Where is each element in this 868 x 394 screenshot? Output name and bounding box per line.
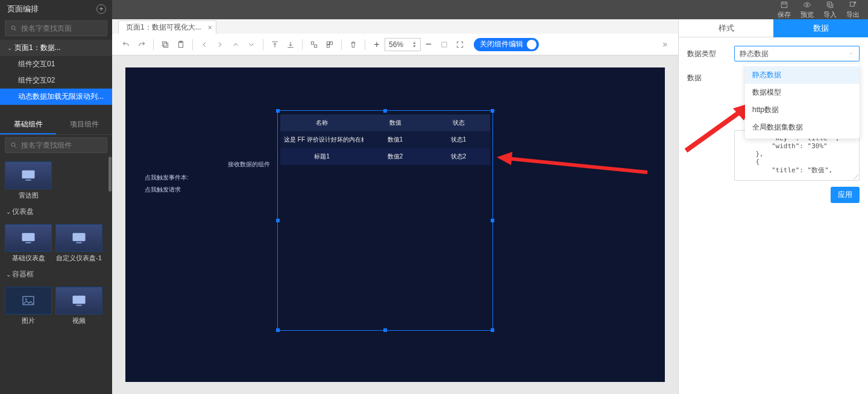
dropdown-option[interactable]: http数据 (745, 101, 860, 119)
sidebar-title: 页面编排 (7, 4, 39, 14)
delete-button[interactable] (345, 37, 361, 52)
svg-rect-22 (327, 45, 329, 47)
import-icon (826, 1, 834, 9)
arrow-down-button[interactable] (244, 37, 259, 52)
canvas[interactable]: 接收数据的组件 点我触发事件本: 点我触发请求 名称 数值 状态 (125, 67, 665, 382)
component-search-input[interactable]: 按名字查找组件 (5, 137, 107, 153)
page-search-placeholder: 按名字查找页面 (21, 23, 72, 34)
table-cell: 标题1 (280, 148, 363, 165)
component-image[interactable]: 图片 (5, 287, 52, 325)
canvas-wrap: 接收数据的组件 点我触发事件本: 点我触发请求 名称 数值 状态 (112, 55, 678, 394)
dropdown-option[interactable]: 全局数据集数据 (745, 119, 860, 136)
apply-button[interactable]: 应用 (831, 187, 860, 203)
paste-button[interactable] (173, 37, 189, 52)
category-gauge[interactable]: ⌄仪表盘 (0, 204, 112, 219)
tab-style[interactable]: 样式 (679, 19, 773, 37)
page-tab[interactable]: 页面1：数据可视化大... × (118, 20, 216, 34)
resize-handle[interactable] (491, 219, 494, 222)
sidebar-header: 页面编排 + (0, 0, 112, 18)
search-icon (10, 142, 17, 149)
tree-item[interactable]: 组件交互02 (0, 72, 112, 89)
arrow-left-button[interactable] (197, 37, 212, 52)
left-sidebar: 页面编排 + 按名字查找页面 ⌄ 页面1：数据... 组件交互01 组件交互02… (0, 0, 112, 394)
table-header-cell: 名称 (280, 114, 363, 131)
arrow-right-button[interactable] (212, 37, 228, 52)
field-data-type: 数据类型 静态数据 (687, 46, 860, 61)
selected-component[interactable]: 名称 数值 状态 这是 FF 评价设计好坏的内在标准... 数值1 状态1 标题… (277, 110, 493, 331)
resize-handle[interactable] (383, 109, 387, 113)
copy-button[interactable] (157, 37, 173, 52)
center-area: 页面1：数据可视化大... × + 56% ▲▼ − 关闭组件编辑 (112, 19, 678, 394)
dropdown-option[interactable]: 数据模型 (745, 84, 860, 101)
monitor-icon (70, 293, 88, 308)
edit-toggle[interactable]: 关闭组件编辑 (474, 38, 539, 51)
svg-rect-0 (781, 2, 787, 7)
chevron-up-icon (848, 51, 854, 57)
tab-project-components[interactable]: 项目组件 (56, 116, 112, 134)
fit-button[interactable] (436, 37, 452, 52)
annotation-arrow (686, 102, 752, 152)
eye-icon (803, 1, 811, 9)
align-bottom-button[interactable] (283, 37, 298, 52)
search-icon (10, 25, 17, 32)
page-tree-node[interactable]: ⌄ 页面1：数据... (0, 40, 112, 56)
align-top-button[interactable] (267, 37, 283, 52)
svg-point-11 (25, 299, 27, 301)
top-actions: 保存 预览 导入 导出 (769, 0, 868, 19)
component-radar[interactable]: 雷达图 (5, 161, 52, 199)
chevron-down-icon: ⌄ (7, 45, 12, 51)
tab-data[interactable]: 数据 (773, 19, 868, 37)
zoom-in-button[interactable]: + (369, 37, 385, 52)
resize-handle[interactable] (383, 328, 387, 332)
zoom-value: 56% (389, 40, 403, 49)
toggle-label: 关闭组件编辑 (480, 39, 523, 49)
import-label: 导入 (823, 10, 837, 19)
zoom-spinner[interactable]: ▲▼ (412, 41, 417, 48)
resize-handle[interactable] (276, 328, 280, 332)
resize-handle[interactable] (491, 109, 494, 113)
component-video[interactable]: 视频 (55, 287, 102, 325)
category-container[interactable]: ⌄容器框 (0, 267, 112, 282)
svg-rect-4 (22, 170, 35, 179)
page-search-input[interactable]: 按名字查找页面 (5, 20, 107, 36)
close-icon[interactable]: × (208, 23, 212, 32)
export-button[interactable]: 导出 (846, 1, 860, 19)
dropdown-option[interactable]: 静态数据 (745, 66, 860, 84)
resize-handle-icon[interactable] (852, 174, 858, 180)
arrow-up-button[interactable] (228, 37, 244, 52)
group-button[interactable] (306, 37, 322, 52)
select-value: 静态数据 (740, 49, 769, 59)
component-gauge-basic[interactable]: 基础仪表盘 (5, 224, 52, 262)
component-search-placeholder: 按名字查找组件 (21, 140, 72, 151)
component-tabs: 基础组件 项目组件 (0, 116, 112, 135)
zoom-input[interactable]: 56% ▲▼ (385, 38, 421, 51)
right-panel: 样式 数据 数据类型 静态数据 数据 "key" . "title" , "wi… (678, 19, 868, 394)
data-table: 名称 数值 状态 这是 FF 评价设计好坏的内在标准... 数值1 状态1 标题… (280, 114, 490, 165)
undo-button[interactable] (118, 37, 134, 52)
table-cell: 数值2 (363, 148, 427, 165)
resize-handle[interactable] (276, 219, 280, 222)
svg-rect-19 (315, 45, 317, 47)
annotation-arrow (497, 152, 647, 178)
add-page-button[interactable]: + (96, 4, 106, 14)
component-gauge-custom[interactable]: 自定义仪表盘-1 (55, 224, 102, 262)
data-type-select[interactable]: 静态数据 (734, 46, 860, 61)
import-button[interactable]: 导入 (823, 1, 837, 19)
tab-basic-components[interactable]: 基础组件 (0, 116, 56, 134)
scrollbar-thumb[interactable] (108, 157, 112, 192)
redo-button[interactable] (134, 37, 149, 52)
ungroup-button[interactable] (322, 37, 338, 52)
more-button[interactable] (656, 37, 672, 52)
resize-handle[interactable] (491, 328, 494, 332)
fullscreen-button[interactable] (452, 37, 468, 52)
preview-button[interactable]: 预览 (800, 1, 814, 19)
tree-item-active[interactable]: 动态数据加载无限滚动列... (0, 89, 112, 105)
resize-handle[interactable] (276, 109, 280, 113)
tree-item[interactable]: 组件交互01 (0, 56, 112, 72)
save-button[interactable]: 保存 (778, 1, 791, 19)
save-icon (780, 1, 788, 9)
page-tree-label: 页面1：数据... (14, 43, 61, 53)
zoom-out-button[interactable]: − (421, 37, 436, 52)
table-header-row: 名称 数值 状态 (280, 114, 490, 131)
table-cell: 状态1 (427, 131, 490, 148)
